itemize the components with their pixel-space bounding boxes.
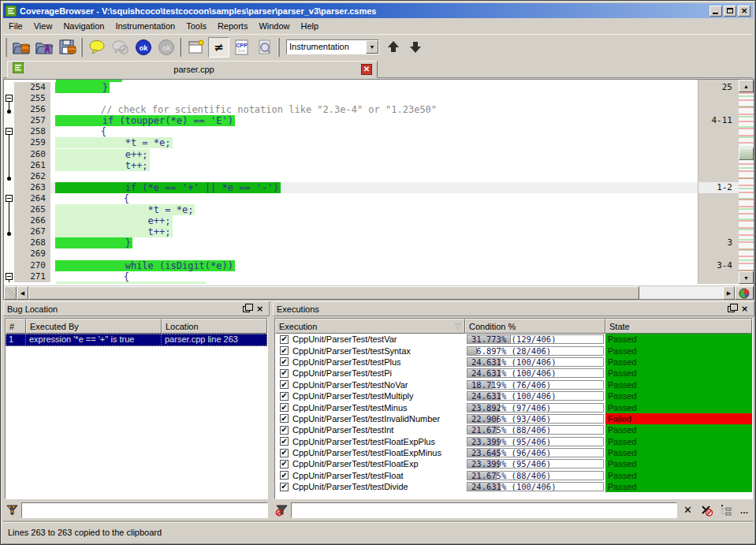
coverage-mode-combobox[interactable]: Instrumentation ▼ [286,39,379,54]
fold-margin[interactable] [4,160,14,171]
code-line[interactable]: 265 *t = *e; [4,204,698,215]
execution-row[interactable]: ✔CppUnit/ParserTest/testVar31.773% (129/… [275,334,752,345]
fold-collapse-icon[interactable] [6,95,13,102]
execution-row[interactable]: ✔CppUnit/ParserTest/testInt21.675% (88/4… [275,424,752,435]
toolbar-handle[interactable] [179,38,181,57]
fold-margin[interactable] [4,271,14,282]
execution-checkbox[interactable]: ✔ [280,449,289,457]
open-database-button[interactable] [11,37,32,58]
execution-checkbox[interactable]: ✔ [280,403,289,412]
float-panel-button[interactable] [240,304,252,315]
execution-checkbox[interactable]: ✔ [280,460,289,468]
scroll-up-button[interactable]: ▲ [739,80,754,92]
execution-checkbox[interactable]: ✔ [280,357,289,366]
margin-options-button[interactable] [4,286,17,300]
menu-reports[interactable]: Reports [212,20,254,32]
difference-mode-button[interactable]: ≠ [208,37,229,58]
coverage-pie-button[interactable] [735,286,754,300]
open-execution-folder-button[interactable] [34,37,55,58]
fold-margin[interactable] [4,137,14,148]
code-line[interactable]: 269 [4,248,698,259]
menu-help[interactable]: Help [296,20,325,32]
code-line[interactable]: 257 if (toupper(*e) == 'E') [4,115,698,126]
execution-row[interactable]: ✔CppUnit/ParserTest/testMultiply24.631% … [275,390,752,401]
tab-parser-cpp[interactable]: parser.cpp ✕ [7,61,378,78]
remove-selection-button[interactable] [698,502,715,518]
menu-navigation[interactable]: Navigation [58,20,110,32]
execution-checkbox[interactable]: ✔ [280,369,289,378]
column-header-location[interactable]: Location [162,319,267,334]
column-header-state[interactable]: State [605,319,752,334]
fold-margin[interactable] [4,149,14,160]
scrollbar-thumb[interactable] [739,147,754,160]
fold-margin[interactable] [4,226,14,237]
bug-location-titlebar[interactable]: Bug Location × [3,301,270,316]
code-line[interactable]: 263 if (*e == '+' || *e == '-') [4,182,698,193]
combobox-dropdown-button[interactable]: ▼ [366,40,378,54]
cpp-source-button[interactable]: CPP C++ [231,37,252,58]
execution-row[interactable]: ✔CppUnit/ParserTest/testFloatExp23.399% … [275,458,752,469]
code-line[interactable]: 267 t++; [4,226,698,237]
scrollbar-coverage-track[interactable] [739,92,754,271]
code-line[interactable]: 258 { [4,126,698,137]
code-line[interactable]: 271 { [4,271,698,282]
execution-checkbox[interactable]: ✔ [280,335,289,344]
fold-margin[interactable] [4,126,14,137]
close-panel-button[interactable]: × [254,304,266,315]
code-editor[interactable]: 254 }255256 // check for scientific nota… [3,79,754,300]
add-comment-button[interactable] [87,37,108,58]
column-header-execution[interactable]: Execution▽ [275,319,465,334]
fold-margin[interactable] [4,104,14,115]
execution-checkbox[interactable]: ✔ [280,380,289,389]
tab-close-button[interactable]: ✕ [361,64,372,75]
code-line[interactable]: 261 t++; [4,160,698,171]
code-line[interactable]: 268 } [4,237,698,248]
preview-button-disabled[interactable] [254,37,275,58]
execution-row[interactable]: ✔CppUnit/ParserTest/testFloat21.675% (88… [275,470,752,481]
code-line[interactable]: 259 *t = *e; [4,137,698,148]
toolbar-handle[interactable] [80,38,83,57]
execution-row[interactable]: ✔CppUnit/ParserTest/testFloatExpMinus23.… [275,447,752,458]
code-line[interactable]: 262 [4,171,698,182]
hscrollbar-thumb[interactable] [28,286,639,300]
title-bar[interactable]: CoverageBrowser - V:\squishcoco\testcoco… [3,3,753,18]
execution-row[interactable]: ✔CppUnit/ParserTest/testInvalidNumber22.… [275,413,752,424]
fold-margin[interactable] [4,248,14,259]
menu-tools[interactable]: Tools [181,20,212,32]
column-header-executed-by[interactable]: Executed By [26,319,162,334]
scroll-right-button[interactable]: ▶ [723,286,735,300]
menu-instrumentation[interactable]: Instrumentation [110,20,181,32]
fold-margin[interactable] [4,171,14,182]
close-button[interactable]: × [738,6,750,17]
column-header-condition[interactable]: Condition % [465,319,605,334]
fold-collapse-icon[interactable] [6,273,13,280]
execution-checkbox[interactable]: ✔ [280,437,289,446]
fold-margin[interactable] [4,215,14,226]
tree-view-button[interactable] [717,502,734,518]
code-line[interactable]: 260 e++; [4,149,698,160]
scroll-down-button[interactable]: ▼ [739,271,754,284]
execution-row[interactable]: ✔CppUnit/ParserTest/testNoVar18.719% (76… [275,379,752,390]
horizontal-scrollbar[interactable]: ◀ ▶ [4,286,754,299]
execution-checkbox[interactable]: ✔ [280,414,289,423]
code-line[interactable]: 264 { [4,193,698,204]
validate-ok-button-disabled[interactable]: ok [155,37,177,58]
execution-row[interactable]: ✔CppUnit/ParserTest/testMinus23.892% (97… [275,401,752,412]
remove-comment-button-disabled[interactable] [110,37,131,58]
menu-window[interactable]: Window [253,20,295,32]
fold-margin[interactable] [4,115,14,126]
toolbar-handle[interactable] [277,38,280,57]
menu-view[interactable]: View [28,20,58,32]
vertical-scrollbar[interactable]: ▲ ▼ [739,80,754,284]
fold-collapse-icon[interactable] [6,195,13,202]
execution-checkbox[interactable]: ✔ [280,426,289,435]
maximize-button[interactable] [724,6,736,17]
filter-disabled-icon[interactable] [274,503,289,517]
executions-filter-input[interactable] [291,502,677,518]
fold-margin[interactable] [4,193,14,204]
previous-button[interactable] [385,39,402,56]
code-line[interactable]: 255 [4,93,698,104]
menu-file[interactable]: File [3,20,28,32]
fold-margin[interactable] [4,182,14,193]
column-header-num[interactable]: # [6,319,26,334]
